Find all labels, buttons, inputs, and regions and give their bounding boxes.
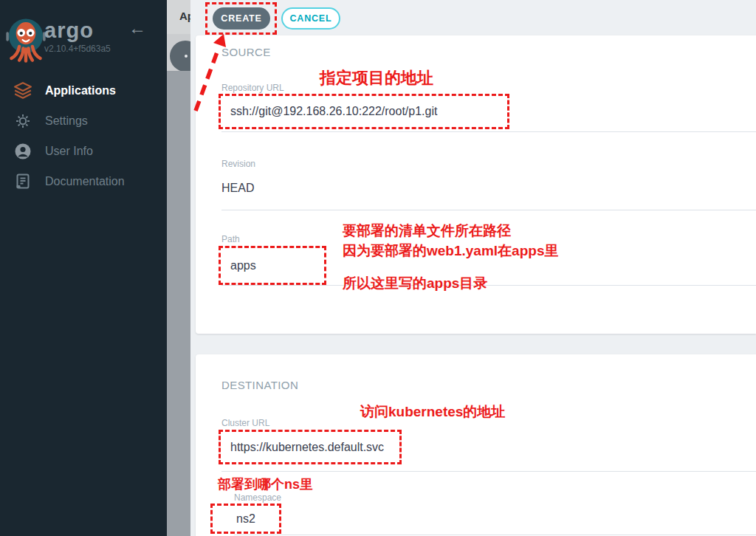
cluster-url-input[interactable]: https://kubernetes.default.svc bbox=[221, 441, 384, 454]
brand-wordmark: argo bbox=[44, 19, 111, 41]
user-icon bbox=[13, 142, 32, 161]
destination-section-card: DESTINATION Cluster URL https://kubernet… bbox=[196, 354, 756, 536]
annotation-path-note-2: 因为要部署的web1.yaml在apps里 bbox=[343, 241, 558, 261]
revision-input[interactable]: HEAD bbox=[221, 182, 254, 195]
sidebar-item-label: Documentation bbox=[45, 175, 125, 188]
sidebar-nav: Applications Settings bbox=[0, 75, 167, 196]
sidebar-item-settings[interactable]: Settings bbox=[0, 106, 167, 136]
sidebar-item-label: User Info bbox=[45, 145, 93, 158]
argocd-new-app-screen: argo v2.10.4+f5d63a5 ← Applications bbox=[0, 0, 756, 536]
annotation-cluster-note: 访问kubernetes的地址 bbox=[360, 402, 505, 422]
annotation-path-note-3: 所以这里写的apps目录 bbox=[343, 274, 487, 293]
sidebar-item-label: Settings bbox=[45, 114, 88, 128]
annotation-repository-note: 指定项目的地址 bbox=[320, 67, 433, 89]
destination-section-title: DESTINATION bbox=[221, 379, 298, 391]
path-highlight-box: apps bbox=[219, 246, 326, 285]
namespace-label: Namespace bbox=[234, 492, 281, 503]
layers-icon bbox=[13, 81, 32, 100]
book-icon bbox=[13, 172, 32, 191]
repository-url-highlight-box: ssh://git@192.168.26.10:222/root/p1.git bbox=[219, 94, 509, 129]
sidebar-logo-row: argo v2.10.4+f5d63a5 ← bbox=[0, 0, 167, 68]
repository-url-input[interactable]: ssh://git@192.168.26.10:222/root/p1.git bbox=[221, 105, 437, 118]
annotation-namespace-note: 部署到哪个ns里 bbox=[218, 475, 313, 493]
namespace-input[interactable]: ns2 bbox=[213, 512, 255, 526]
background-page-dimmed-band bbox=[167, 71, 190, 536]
namespace-highlight-box: ns2 bbox=[210, 504, 281, 534]
sidebar-item-user-info[interactable]: User Info bbox=[0, 136, 167, 166]
sidebar-collapse-arrow-icon[interactable]: ← bbox=[128, 19, 146, 37]
revision-label: Revision bbox=[221, 159, 255, 169]
cancel-button[interactable]: CANCEL bbox=[281, 7, 340, 30]
path-label: Path bbox=[221, 234, 240, 244]
argo-octopus-logo-icon bbox=[6, 16, 46, 63]
path-input[interactable]: apps bbox=[221, 259, 256, 272]
cluster-url-label: Cluster URL bbox=[221, 418, 269, 428]
create-button[interactable]: CREATE bbox=[213, 7, 270, 30]
gear-icon bbox=[13, 111, 32, 131]
cluster-url-highlight-box: https://kubernetes.default.svc bbox=[219, 430, 402, 464]
sidebar-item-applications[interactable]: Applications bbox=[0, 75, 167, 106]
version-label: v2.10.4+f5d63a5 bbox=[44, 44, 111, 54]
sidebar: argo v2.10.4+f5d63a5 ← Applications bbox=[0, 0, 167, 536]
sidebar-item-label: Applications bbox=[45, 84, 116, 97]
sidebar-item-documentation[interactable]: Documentation bbox=[0, 166, 167, 196]
annotation-path-note-1: 要部署的清单文件所在路径 bbox=[343, 221, 511, 241]
annotation-arrow bbox=[177, 30, 236, 118]
